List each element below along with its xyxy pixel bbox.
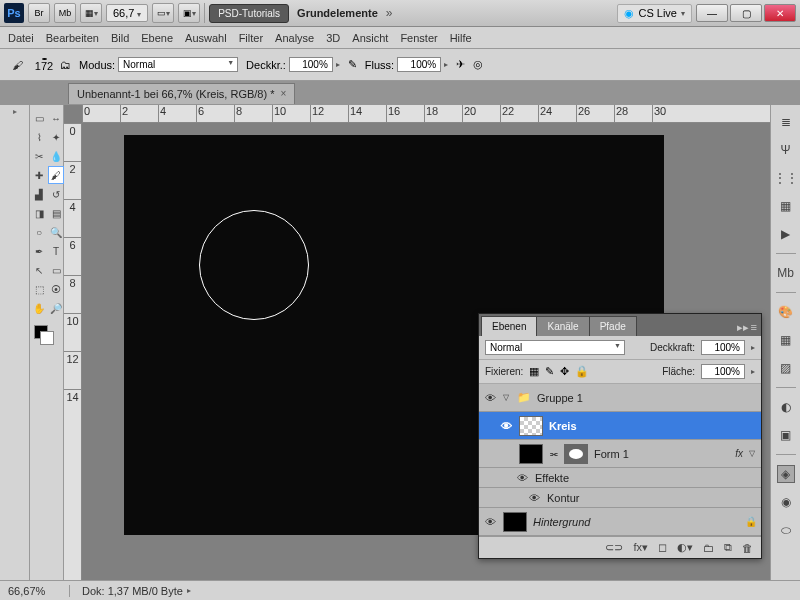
tab-pfade[interactable]: Pfade <box>589 316 637 336</box>
history-brush-tool[interactable]: ↺ <box>48 185 64 203</box>
close-tab-icon[interactable]: × <box>281 88 287 99</box>
menu-hilfe[interactable]: Hilfe <box>450 32 472 44</box>
document-tab[interactable]: Unbenannt-1 bei 66,7% (Kreis, RGB/8) * × <box>68 83 295 104</box>
shape-tool[interactable]: ▭ <box>48 261 64 279</box>
background-swatch[interactable] <box>40 331 54 345</box>
collapse-panel-icon[interactable]: ▸▸ <box>737 321 749 334</box>
flache-input[interactable]: 100% <box>701 364 745 379</box>
styles-icon[interactable]: ▨ <box>777 359 795 377</box>
color-icon[interactable]: 🎨 <box>777 303 795 321</box>
menu-filter[interactable]: Filter <box>239 32 263 44</box>
current-tool-icon[interactable]: 🖌 <box>6 55 28 75</box>
blur-tool[interactable]: ○ <box>31 223 47 241</box>
visibility-icon[interactable]: 👁 <box>515 472 529 484</box>
blend-mode-dropdown[interactable]: Normal <box>485 340 625 355</box>
view-extras-button[interactable]: ▦▾ <box>80 3 102 23</box>
minibridge-button[interactable]: Mb <box>54 3 76 23</box>
lasso-tool[interactable]: ⌇ <box>31 128 47 146</box>
visibility-icon[interactable]: 👁 <box>527 492 541 504</box>
lock-all-icon[interactable]: 🔒 <box>575 365 589 378</box>
menu-ansicht[interactable]: Ansicht <box>352 32 388 44</box>
layer-hintergrund[interactable]: 👁 Hintergrund 🔒 <box>479 508 761 536</box>
workspace-label[interactable]: Grundelemente <box>293 7 382 19</box>
delete-icon[interactable]: 🗑 <box>742 542 753 554</box>
paths-icon[interactable]: ⬭ <box>777 521 795 539</box>
bridge-button[interactable]: Br <box>28 3 50 23</box>
panel-menu-icon[interactable]: ≡ <box>751 321 757 334</box>
link-layers-icon[interactable]: ⊂⊃ <box>605 541 623 554</box>
swatches-icon[interactable]: ▦ <box>777 331 795 349</box>
type-tool[interactable]: T <box>48 242 64 260</box>
adjust-icon[interactable]: ◐ <box>777 398 795 416</box>
layer-kontur[interactable]: 👁 Kontur <box>479 488 761 508</box>
menu-auswahl[interactable]: Auswahl <box>185 32 227 44</box>
layer-form[interactable]: ⫘ Form 1 fx▽ <box>479 440 761 468</box>
lock-paint-icon[interactable]: ✎ <box>545 365 554 378</box>
move-tool[interactable]: ↔ <box>48 109 64 127</box>
heal-tool[interactable]: ✚ <box>31 166 47 184</box>
menu-bearbeiten[interactable]: Bearbeiten <box>46 32 99 44</box>
menu-analyse[interactable]: Analyse <box>275 32 314 44</box>
wand-tool[interactable]: ✦ <box>48 128 64 146</box>
tab-ebenen[interactable]: Ebenen <box>481 316 537 336</box>
disclosure-icon[interactable]: ▽ <box>503 393 509 402</box>
workspace-badge-psd[interactable]: PSD-Tutorials <box>209 4 289 23</box>
stamp-tool[interactable]: ▟ <box>31 185 47 203</box>
menu-3d[interactable]: 3D <box>326 32 340 44</box>
minimize-button[interactable]: — <box>696 4 728 22</box>
flow-input[interactable]: 100% <box>397 57 441 72</box>
layer-group[interactable]: 👁 ▽ 📁 Gruppe 1 <box>479 384 761 412</box>
cslive-button[interactable]: ◉CS Live▾ <box>617 4 692 23</box>
zoom-display[interactable]: 66,7 ▾ <box>106 4 148 22</box>
menu-ebene[interactable]: Ebene <box>141 32 173 44</box>
marquee-tool[interactable]: ▭ <box>31 109 47 127</box>
tablet-opacity-icon[interactable]: ✎ <box>348 58 357 71</box>
layer-effekte[interactable]: 👁 Effekte <box>479 468 761 488</box>
visibility-icon[interactable]: 👁 <box>499 420 513 432</box>
layers-icon[interactable]: ◈ <box>777 465 795 483</box>
brush-preset[interactable]: 172 <box>36 58 52 72</box>
visibility-icon[interactable]: 👁 <box>483 516 497 528</box>
doc-info[interactable]: Dok: 1,37 MB/0 Byte <box>70 585 183 597</box>
link-icon[interactable]: ⫘ <box>549 449 558 459</box>
layers-panel[interactable]: Ebenen Kanäle Pfade ▸▸ ≡ Normal Deckkraf… <box>478 313 762 559</box>
tablet-size-icon[interactable]: ◎ <box>473 58 483 71</box>
fx-badge[interactable]: fx <box>735 448 743 459</box>
hand-tool[interactable]: ✋ <box>31 299 47 317</box>
menu-datei[interactable]: Datei <box>8 32 34 44</box>
tab-kanale[interactable]: Kanäle <box>536 316 589 336</box>
dodge-tool[interactable]: 🔍 <box>48 223 64 241</box>
lock-trans-icon[interactable]: ▦ <box>529 365 539 378</box>
workspace-more-icon[interactable]: » <box>386 6 393 20</box>
brush-panel-icon[interactable]: 🗂 <box>60 59 71 71</box>
menu-fenster[interactable]: Fenster <box>400 32 437 44</box>
zoom-level[interactable]: 66,67% <box>0 585 70 597</box>
channels-icon[interactable]: ◉ <box>777 493 795 511</box>
3d-tool[interactable]: ⬚ <box>31 280 47 298</box>
masks-icon[interactable]: ▣ <box>777 426 795 444</box>
close-button[interactable]: ✕ <box>764 4 796 22</box>
pen-tool[interactable]: ✒ <box>31 242 47 260</box>
path-tool[interactable]: ↖ <box>31 261 47 279</box>
mask-icon[interactable]: ◻ <box>658 541 667 554</box>
gradient-tool[interactable]: ▤ <box>48 204 64 222</box>
new-layer-icon[interactable]: ⧉ <box>724 541 732 554</box>
maximize-button[interactable]: ▢ <box>730 4 762 22</box>
mb-icon[interactable]: Mb <box>777 264 795 282</box>
fx-menu-icon[interactable]: fx▾ <box>633 541 648 554</box>
history-icon[interactable]: ≣ <box>777 113 795 131</box>
arrange-button[interactable]: ▭▾ <box>152 3 174 23</box>
group-icon[interactable]: 🗀 <box>703 542 714 554</box>
mode-dropdown[interactable]: Normal <box>118 57 238 72</box>
brush-tool[interactable]: 🖌 <box>48 166 64 184</box>
eraser-tool[interactable]: ◨ <box>31 204 47 222</box>
crop-tool[interactable]: ✂ <box>31 147 47 165</box>
left-collapse-strip[interactable]: ▸ <box>0 105 30 580</box>
nav-icon[interactable]: ▶ <box>777 225 795 243</box>
lock-move-icon[interactable]: ✥ <box>560 365 569 378</box>
airbrush-icon[interactable]: ✈ <box>456 58 465 71</box>
screen-mode-button[interactable]: ▣▾ <box>178 3 200 23</box>
deckkraft-input[interactable]: 100% <box>701 340 745 355</box>
eyedropper-tool[interactable]: 💧 <box>48 147 64 165</box>
menu-bild[interactable]: Bild <box>111 32 129 44</box>
